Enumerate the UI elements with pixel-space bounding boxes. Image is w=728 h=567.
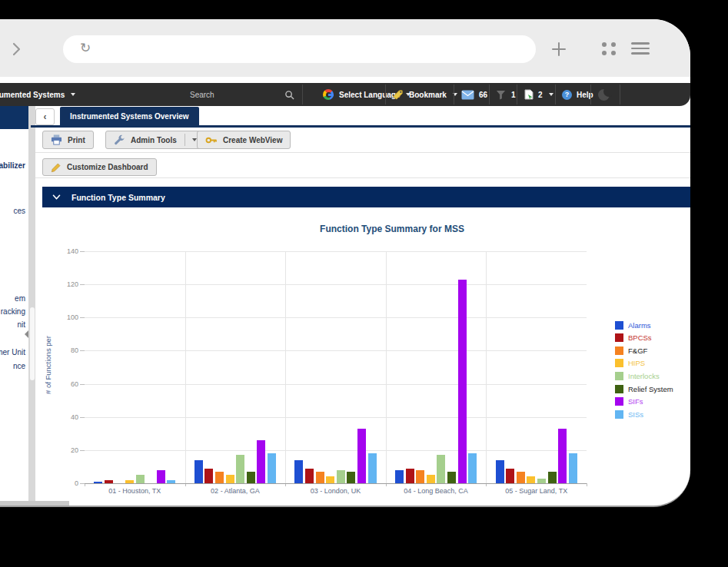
bar-relief-system[interactable]	[447, 472, 456, 483]
legend-item-hips[interactable]: HIPS	[615, 359, 645, 368]
bar-hips[interactable]	[427, 475, 435, 483]
bar-f-gf[interactable]	[316, 472, 324, 483]
x-category-label: 01 - Houston, TX	[108, 487, 161, 495]
chart-title: Function Type Summary for MSS	[320, 224, 464, 234]
bar-siss[interactable]	[268, 453, 276, 483]
browser-window: ↻ Instrumented Systems Search	[0, 19, 690, 507]
y-tick-label: 0	[58, 479, 78, 487]
legend-item-sifs[interactable]: SIFs	[615, 397, 643, 406]
bar-interlocks[interactable]	[337, 470, 345, 483]
gridline	[85, 417, 587, 418]
y-tick-label: 120	[58, 280, 78, 288]
bar-sifs[interactable]	[558, 429, 567, 483]
legend-label: Relief System	[628, 385, 673, 393]
legend-label: BPCSs	[628, 333, 652, 342]
y-tick-label: 140	[58, 247, 78, 255]
legend-label: Interlocks	[628, 372, 660, 380]
x-category-label: 03 - London, UK	[311, 487, 361, 495]
bar-bpcss[interactable]	[406, 469, 414, 483]
legend-swatch	[615, 397, 623, 406]
bar-interlocks[interactable]	[537, 479, 546, 483]
legend-item-alarms[interactable]: Alarms	[615, 320, 651, 330]
gridline	[85, 251, 587, 252]
legend-swatch	[615, 385, 623, 393]
gridline	[486, 251, 487, 483]
legend-label: HIPS	[628, 359, 645, 367]
bar-hips[interactable]	[527, 476, 535, 483]
y-tick-label: 40	[58, 413, 78, 421]
bar-relief-system[interactable]	[347, 472, 355, 483]
legend-item-relief-system[interactable]: Relief System	[615, 384, 673, 393]
bar-siss[interactable]	[167, 480, 175, 483]
gridline	[386, 251, 387, 483]
legend-item-interlocks[interactable]: Interlocks	[615, 371, 660, 380]
y-axis-label: # of Functions per	[44, 336, 52, 394]
y-tick	[80, 284, 85, 285]
bar-f-gf[interactable]	[416, 470, 424, 483]
legend-item-siss[interactable]: SISs	[615, 410, 643, 419]
legend-label: SISs	[628, 410, 643, 419]
x-category-label: 02 - Atlanta, GA	[211, 487, 260, 495]
legend-label: Alarms	[628, 321, 651, 330]
legend-swatch	[615, 321, 623, 330]
bar-siss[interactable]	[569, 453, 577, 483]
legend-label: SIFs	[628, 397, 643, 406]
function-type-chart: Function Type Summary for MSS# of Functi…	[0, 19, 690, 507]
legend-swatch	[615, 359, 623, 367]
bar-siss[interactable]	[468, 453, 477, 483]
y-tick-label: 100	[58, 313, 78, 321]
bar-siss[interactable]	[368, 453, 377, 483]
gridline	[85, 317, 587, 318]
x-axis	[85, 483, 587, 484]
gridline	[85, 284, 587, 285]
y-tick	[80, 317, 85, 318]
bar-relief-system[interactable]	[247, 472, 255, 483]
screen: ↻ Instrumented Systems Search	[0, 0, 728, 567]
bar-alarms[interactable]	[496, 460, 504, 483]
legend-item-f-gf[interactable]: F&GF	[615, 346, 647, 355]
gridline	[185, 251, 186, 483]
bar-f-gf[interactable]	[215, 472, 224, 483]
bar-sifs[interactable]	[357, 429, 366, 483]
y-tick-label: 80	[58, 346, 78, 354]
y-tick	[80, 417, 85, 418]
x-category-label: 05 - Sugar Land, TX	[505, 487, 567, 495]
gridline	[85, 384, 587, 385]
bar-interlocks[interactable]	[437, 455, 445, 483]
y-tick-label: 60	[58, 380, 78, 388]
gridline	[85, 450, 587, 451]
bar-sifs[interactable]	[157, 470, 165, 483]
legend-swatch	[615, 410, 623, 419]
y-tick-label: 20	[58, 446, 78, 454]
bar-alarms[interactable]	[194, 460, 203, 483]
bar-alarms[interactable]	[94, 482, 102, 483]
bar-relief-system[interactable]	[548, 472, 557, 483]
bar-bpcss[interactable]	[204, 469, 213, 483]
bar-bpcss[interactable]	[305, 469, 314, 483]
y-tick	[80, 384, 85, 385]
bar-interlocks[interactable]	[236, 455, 244, 483]
bar-bpcss[interactable]	[105, 480, 113, 483]
y-tick	[80, 450, 85, 451]
x-category-label: 04 - Long Beach, CA	[404, 487, 468, 495]
bar-hips[interactable]	[326, 476, 334, 483]
y-tick	[80, 251, 85, 252]
bar-bpcss[interactable]	[506, 469, 514, 483]
gridline	[85, 350, 587, 351]
gridline	[285, 251, 286, 483]
legend-item-bpcss[interactable]: BPCSs	[615, 333, 652, 343]
bar-hips[interactable]	[226, 475, 234, 483]
bar-f-gf[interactable]	[517, 472, 525, 483]
bar-sifs[interactable]	[257, 440, 265, 483]
legend-label: F&GF	[628, 346, 647, 355]
bar-interlocks[interactable]	[136, 475, 145, 483]
bar-alarms[interactable]	[395, 470, 404, 483]
x-tick	[587, 483, 587, 486]
bar-sifs[interactable]	[458, 280, 467, 483]
legend-swatch	[615, 372, 623, 380]
bar-alarms[interactable]	[294, 460, 303, 483]
bar-hips[interactable]	[125, 480, 134, 483]
y-tick	[80, 350, 85, 351]
legend-swatch	[615, 333, 623, 342]
legend-swatch	[615, 346, 623, 355]
